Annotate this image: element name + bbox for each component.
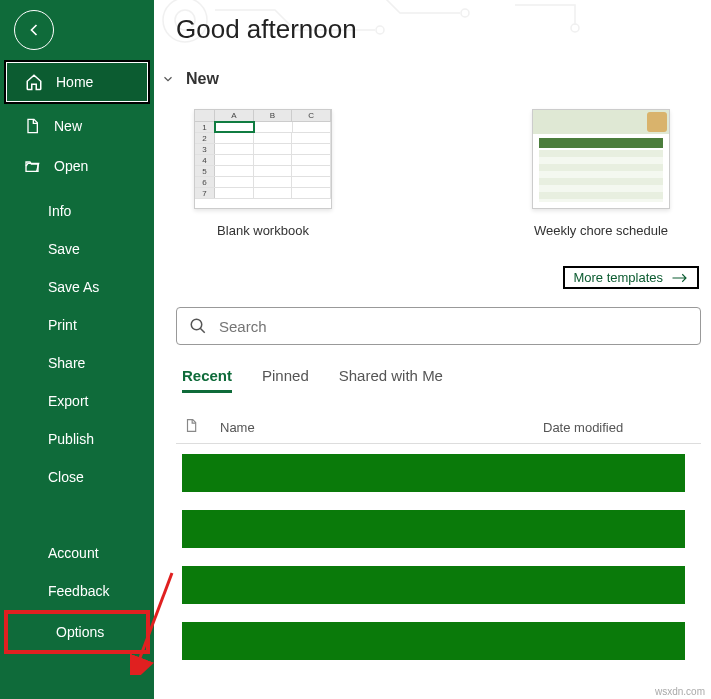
search-icon [189, 317, 207, 335]
recent-tabs: Recent Pinned Shared with Me [176, 367, 701, 393]
search-box[interactable] [176, 307, 701, 345]
home-icon [24, 72, 44, 92]
watermark: wsxdn.com [655, 686, 705, 697]
sidebar-item-feedback[interactable]: Feedback [0, 572, 154, 610]
file-row[interactable] [182, 622, 685, 660]
document-icon [22, 116, 42, 136]
column-name[interactable]: Name [220, 420, 543, 435]
sidebar-item-account[interactable]: Account [0, 534, 154, 572]
sidebar-item-label: Home [56, 74, 93, 90]
sidebar-item-options[interactable]: Options [4, 610, 150, 654]
svg-point-5 [191, 319, 202, 330]
sidebar-item-save[interactable]: Save [0, 230, 154, 268]
sidebar-item-save-as[interactable]: Save As [0, 268, 154, 306]
template-thumbnail: ABC 1 2 3 4 5 6 7 [194, 109, 332, 209]
file-row[interactable] [182, 566, 685, 604]
file-row[interactable] [182, 510, 685, 548]
file-list-header: Name Date modified [176, 411, 701, 444]
folder-icon [22, 156, 42, 176]
arrow-right-icon [671, 272, 689, 284]
tab-pinned[interactable]: Pinned [262, 367, 309, 393]
sidebar-item-publish[interactable]: Publish [0, 420, 154, 458]
sidebar-item-print[interactable]: Print [0, 306, 154, 344]
sidebar-item-close[interactable]: Close [0, 458, 154, 496]
more-templates-link[interactable]: More templates [563, 266, 699, 289]
sidebar-item-label: New [54, 118, 82, 134]
main-content: Good afternoon New ABC 1 2 3 4 5 6 7 Bla… [154, 0, 711, 699]
template-weekly-chore[interactable]: Weekly chore schedule [532, 109, 670, 238]
page-title: Good afternoon [176, 14, 701, 45]
file-icon [184, 417, 220, 437]
sidebar-item-share[interactable]: Share [0, 344, 154, 382]
search-input[interactable] [219, 318, 688, 335]
new-section-header[interactable]: New [158, 69, 701, 89]
column-date-modified[interactable]: Date modified [543, 420, 693, 435]
sidebar: Home New Open Info Save Save As Print Sh… [0, 0, 154, 699]
back-button[interactable] [14, 10, 54, 50]
sidebar-item-home[interactable]: Home [4, 60, 150, 104]
chevron-down-icon [158, 69, 178, 89]
sidebar-item-info[interactable]: Info [0, 192, 154, 230]
sidebar-item-new[interactable]: New [0, 106, 154, 146]
template-thumbnail [532, 109, 670, 209]
tab-recent[interactable]: Recent [182, 367, 232, 393]
tab-shared[interactable]: Shared with Me [339, 367, 443, 393]
template-blank-workbook[interactable]: ABC 1 2 3 4 5 6 7 Blank workbook [194, 109, 332, 238]
file-list [176, 444, 701, 660]
sidebar-item-export[interactable]: Export [0, 382, 154, 420]
file-row[interactable] [182, 454, 685, 492]
sidebar-item-label: Open [54, 158, 88, 174]
sidebar-item-open[interactable]: Open [0, 146, 154, 186]
